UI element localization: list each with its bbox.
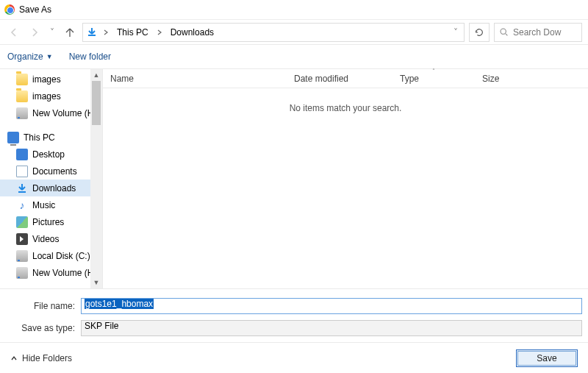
sidebar: imagesimagesNew Volume (H:This PCDesktop…	[0, 69, 103, 288]
toolbar: Organize▼ New folder	[0, 44, 588, 69]
main-area: imagesimagesNew Volume (H:This PCDesktop…	[0, 69, 588, 288]
sidebar-item-label: images	[32, 74, 61, 85]
form-area: File name: gots1e1_hbomax Save as type: …	[0, 288, 588, 345]
sidebar-item-label: This PC	[24, 132, 55, 143]
sidebar-item-label: Downloads	[32, 183, 76, 193]
window-title: Save As	[19, 4, 51, 15]
pictures-icon	[16, 216, 28, 228]
filetype-label: Save as type:	[15, 323, 81, 333]
folder-icon	[16, 74, 28, 85]
videos-icon	[16, 233, 28, 245]
col-type[interactable]: ˄Type	[392, 69, 475, 88]
forward-button[interactable]	[26, 24, 43, 40]
search-input[interactable]: Search Dow	[494, 23, 582, 42]
document-icon	[16, 166, 28, 177]
file-pane: Name Date modified ˄Type Size No items m…	[103, 69, 588, 288]
sidebar-item-local-disk-c-[interactable]: Local Disk (C:)	[0, 247, 102, 264]
sidebar-item-documents[interactable]: Documents	[0, 163, 102, 180]
search-icon	[499, 27, 509, 37]
sidebar-scrollbar[interactable]: ▲ ▼	[90, 69, 102, 288]
history-dropdown[interactable]: ˅	[47, 27, 57, 38]
sidebar-item-pictures[interactable]: Pictures	[0, 213, 102, 230]
bottom-bar: Hide Folders Save	[0, 342, 588, 373]
scroll-thumb[interactable]	[92, 81, 101, 125]
drive-icon	[16, 250, 28, 262]
sidebar-item-label: Local Disk (C:)	[32, 251, 90, 261]
folder-icon	[16, 90, 28, 102]
filename-label: File name:	[15, 301, 81, 311]
drive-icon	[16, 107, 28, 119]
sidebar-item-new-volume-h-[interactable]: New Volume (H:	[0, 104, 102, 121]
crumb-chevron-icon[interactable]	[156, 29, 163, 36]
chevron-up-icon	[10, 355, 18, 362]
sidebar-item-music[interactable]: ♪Music	[0, 196, 102, 213]
crumb-chevron-icon[interactable]	[102, 29, 110, 36]
drive-icon	[16, 267, 28, 279]
sidebar-item-new-volume-h-[interactable]: New Volume (H:	[0, 264, 102, 281]
col-date[interactable]: Date modified	[287, 69, 392, 88]
save-button[interactable]: Save	[516, 349, 578, 367]
pc-icon	[7, 132, 19, 143]
sidebar-item-images[interactable]: images	[0, 88, 102, 104]
column-headers: Name Date modified ˄Type Size	[103, 69, 588, 88]
sidebar-item-label: images	[32, 91, 61, 102]
sidebar-item-label: Videos	[32, 234, 59, 244]
desktop-icon	[16, 149, 28, 160]
sidebar-item-label: New Volume (H:	[32, 268, 96, 278]
organize-button[interactable]: Organize▼	[7, 51, 53, 62]
scroll-up-icon[interactable]: ▲	[90, 69, 102, 81]
chrome-icon	[4, 4, 15, 15]
refresh-button[interactable]	[469, 23, 490, 42]
hide-folders-button[interactable]: Hide Folders	[10, 353, 72, 363]
scroll-down-icon[interactable]: ▼	[90, 277, 102, 288]
empty-message: No items match your search.	[103, 103, 588, 113]
download-icon	[16, 182, 28, 194]
sidebar-item-this-pc[interactable]: This PC	[0, 129, 102, 146]
search-placeholder: Search Dow	[513, 27, 561, 38]
filename-input[interactable]: gots1e1_hbomax	[81, 298, 582, 314]
sidebar-item-label: Documents	[32, 166, 77, 177]
downloads-icon	[86, 26, 98, 38]
music-icon: ♪	[16, 199, 28, 211]
up-button[interactable]	[62, 24, 78, 40]
breadcrumb[interactable]: This PC Downloads ˅	[82, 23, 465, 42]
sidebar-item-label: Desktop	[32, 149, 65, 160]
nav-bar: ˅ This PC Downloads ˅ Search Dow	[0, 19, 588, 44]
crumb-downloads[interactable]: Downloads	[168, 26, 217, 39]
new-folder-button[interactable]: New folder	[69, 51, 111, 62]
col-name[interactable]: Name	[103, 69, 287, 88]
col-size[interactable]: Size	[475, 69, 535, 88]
sort-indicator-icon: ˄	[432, 68, 435, 74]
sidebar-item-label: Pictures	[32, 217, 64, 227]
back-button[interactable]	[6, 24, 22, 40]
sidebar-item-desktop[interactable]: Desktop	[0, 146, 102, 163]
sidebar-item-videos[interactable]: Videos	[0, 230, 102, 247]
crumb-this-pc[interactable]: This PC	[114, 26, 151, 39]
title-bar: Save As	[0, 0, 588, 19]
svg-point-0	[501, 29, 506, 34]
sidebar-item-downloads[interactable]: Downloads	[0, 180, 102, 196]
sidebar-item-images[interactable]: images	[0, 71, 102, 88]
breadcrumb-dropdown[interactable]: ˅	[451, 27, 461, 38]
sidebar-item-label: New Volume (H:	[32, 108, 96, 118]
filetype-select[interactable]: SKP File	[81, 320, 582, 336]
sidebar-item-label: Music	[32, 200, 55, 210]
